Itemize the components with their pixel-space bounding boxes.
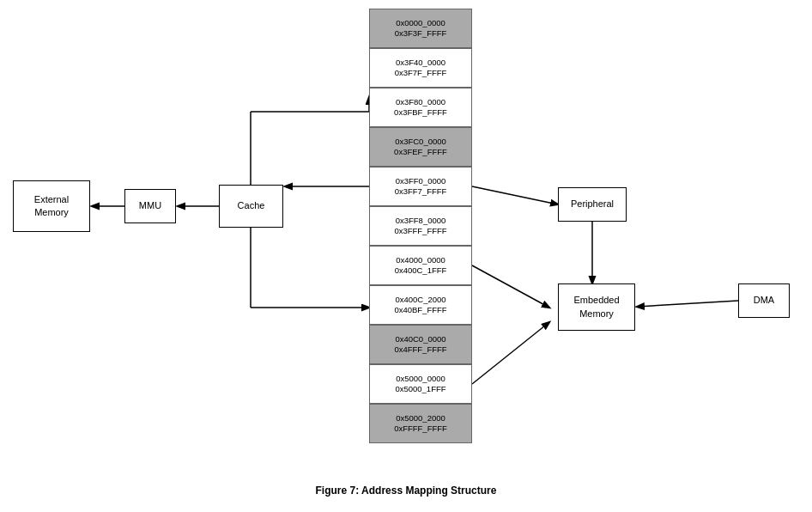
mem-row-1: 0x3F40_00000x3F7F_FFFF <box>369 48 472 88</box>
svg-line-12 <box>637 301 738 307</box>
embedded-memory-label: EmbeddedMemory <box>573 294 619 320</box>
mem-row-2: 0x3F80_00000x3FBF_FFFF <box>369 88 472 127</box>
cache-label: Cache <box>238 199 265 212</box>
peripheral-label: Peripheral <box>571 198 614 210</box>
diagram: ExternalMemory MMU Cache Peripheral Embe… <box>0 0 812 512</box>
svg-line-11 <box>472 322 549 384</box>
mem-row-8: 0x40C0_00000x4FFF_FFFF <box>369 325 472 364</box>
mem-row-0: 0x0000_00000x3F3F_FFFF <box>369 9 472 48</box>
external-memory-box: ExternalMemory <box>13 180 90 232</box>
dma-label: DMA <box>754 294 774 307</box>
mem-row-3: 0x3FC0_00000x3FEF_FFFF <box>369 127 472 167</box>
mem-row-10: 0x5000_20000xFFFF_FFFF <box>369 404 472 443</box>
mem-row-4: 0x3FF0_00000x3FF7_FFFF <box>369 167 472 206</box>
embedded-memory-box: EmbeddedMemory <box>558 283 635 331</box>
figure-caption: Figure 7: Address Mapping Structure <box>0 485 812 497</box>
cache-box: Cache <box>219 185 283 228</box>
svg-line-8 <box>472 186 558 204</box>
mem-row-9: 0x5000_00000x5000_1FFF <box>369 364 472 404</box>
mem-row-6: 0x4000_00000x400C_1FFF <box>369 246 472 285</box>
mmu-label: MMU <box>139 199 161 212</box>
mem-row-5: 0x3FF8_00000x3FFF_FFFF <box>369 206 472 246</box>
dma-box: DMA <box>738 283 790 318</box>
external-memory-label: ExternalMemory <box>34 193 69 220</box>
svg-line-10 <box>472 265 549 308</box>
peripheral-box: Peripheral <box>558 187 627 222</box>
mem-row-7: 0x400C_20000x40BF_FFFF <box>369 285 472 325</box>
mmu-box: MMU <box>124 189 176 223</box>
